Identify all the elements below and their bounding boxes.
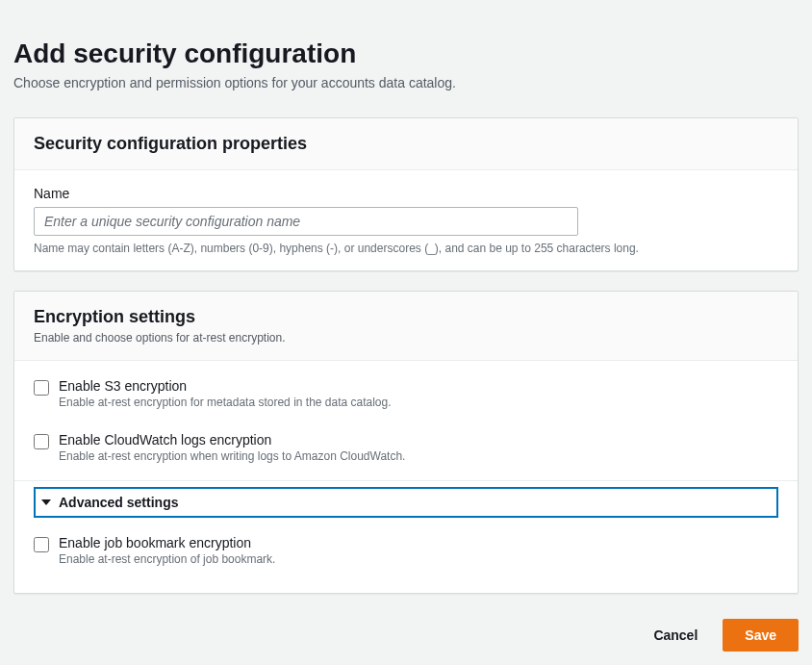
footer-actions: Cancel Save <box>13 619 799 652</box>
page-subtitle: Choose encryption and permission options… <box>13 75 799 90</box>
advanced-settings-toggle[interactable]: Advanced settings <box>34 487 778 518</box>
page-title: Add security configuration <box>13 38 799 69</box>
encryption-panel: Encryption settings Enable and choose op… <box>13 291 799 594</box>
job-bookmark-encryption-label: Enable job bookmark encryption <box>59 535 778 550</box>
cloudwatch-encryption-label: Enable CloudWatch logs encryption <box>59 432 778 448</box>
cloudwatch-encryption-desc: Enable at-rest encryption when writing l… <box>59 449 778 463</box>
s3-encryption-checkbox[interactable] <box>34 380 49 396</box>
encryption-panel-body: Enable S3 encryption Enable at-rest encr… <box>14 361 798 593</box>
caret-down-icon <box>41 499 51 505</box>
properties-panel: Security configuration properties Name N… <box>13 117 799 271</box>
cloudwatch-encryption-checkbox[interactable] <box>34 434 49 449</box>
s3-encryption-label: Enable S3 encryption <box>59 378 778 394</box>
encryption-panel-header: Encryption settings Enable and choose op… <box>14 292 798 361</box>
name-label: Name <box>34 186 778 201</box>
cancel-button[interactable]: Cancel <box>647 620 703 651</box>
cloudwatch-encryption-row: Enable CloudWatch logs encryption Enable… <box>34 421 778 474</box>
job-bookmark-encryption-desc: Enable at-rest encryption of job bookmar… <box>59 552 778 566</box>
save-button[interactable]: Save <box>723 619 799 652</box>
encryption-panel-desc: Enable and choose options for at-rest en… <box>34 331 778 345</box>
job-bookmark-encryption-checkbox[interactable] <box>34 537 49 552</box>
s3-encryption-desc: Enable at-rest encryption for metadata s… <box>59 396 778 409</box>
job-bookmark-encryption-row: Enable job bookmark encryption Enable at… <box>34 524 778 577</box>
advanced-settings-label: Advanced settings <box>59 495 178 510</box>
divider <box>14 480 798 481</box>
properties-panel-body: Name Name may contain letters (A-Z), num… <box>14 170 798 270</box>
properties-panel-header: Security configuration properties <box>14 118 798 170</box>
name-input[interactable] <box>34 207 578 236</box>
s3-encryption-row: Enable S3 encryption Enable at-rest encr… <box>34 367 778 421</box>
properties-panel-title: Security configuration properties <box>34 134 778 154</box>
name-helper: Name may contain letters (A-Z), numbers … <box>34 242 778 255</box>
encryption-panel-title: Encryption settings <box>34 307 778 327</box>
